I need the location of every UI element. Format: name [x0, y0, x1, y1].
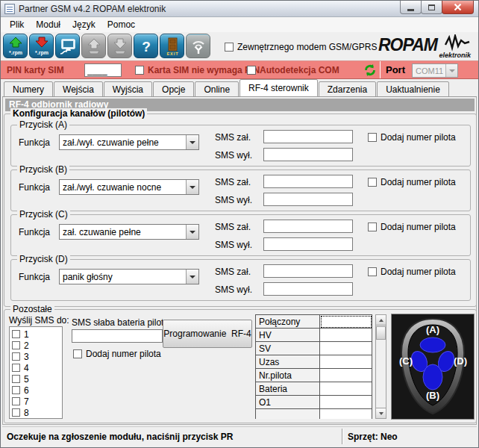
divider: [380, 61, 381, 78]
status-value[interactable]: [320, 369, 372, 382]
autodetect-com-checkbox[interactable]: Autodetekcja COM: [247, 65, 339, 75]
status-value[interactable]: [320, 355, 372, 369]
menu-pomoc[interactable]: Pomoc: [101, 18, 141, 31]
bottom-group: Pozostałe Wyślij SMS do: 1 2 3 4 5 6 7 8…: [4, 309, 477, 423]
port-select[interactable]: COM11: [412, 63, 458, 78]
menu-jezyk[interactable]: Język: [66, 18, 101, 31]
svg-text:ROPAM: ROPAM: [378, 35, 439, 55]
pin-input[interactable]: [84, 63, 122, 77]
checkbox-box: [12, 397, 20, 405]
sms-on-input-c[interactable]: [263, 220, 353, 233]
help-button[interactable]: ?: [134, 34, 158, 58]
scroll-down-button[interactable]: [376, 408, 386, 418]
status-value[interactable]: [320, 315, 372, 329]
svg-text:elektronik: elektronik: [439, 52, 472, 59]
checkbox-box: [368, 133, 377, 142]
no-pin-checkbox[interactable]: Karta SIM nie wymaga PIN: [135, 65, 260, 75]
sms-number-8-checkbox[interactable]: 8: [12, 407, 62, 418]
sms-off-label: SMS wył.: [215, 240, 252, 250]
sms-number-5-checkbox[interactable]: 5: [12, 373, 62, 385]
refresh-ports-button[interactable]: [363, 63, 377, 77]
open-rpm-button[interactable]: *.rpm: [3, 34, 28, 58]
sms-number-6-checkbox[interactable]: 6: [12, 385, 62, 396]
status-value[interactable]: [320, 382, 372, 396]
minimize-icon: [407, 9, 414, 11]
save-rpm-button[interactable]: *.rpm: [29, 34, 54, 58]
status-table-scrollbar[interactable]: [375, 314, 386, 419]
table-row: Nr.pilota: [256, 369, 372, 382]
sms-off-input-b[interactable]: [263, 193, 353, 206]
sms-number-label: 8: [24, 408, 29, 418]
checkbox-box: [12, 364, 20, 372]
sms-recipients-listbox[interactable]: 1 2 3 4 5 6 7 8: [9, 326, 63, 419]
menu-bar: Plik Moduł Język Pomoc: [1, 17, 478, 32]
status-value[interactable]: [320, 329, 372, 342]
status-label: SV: [256, 342, 320, 355]
add-pilot-checkbox-c[interactable]: Dodaj numer pilota: [368, 222, 456, 232]
title-bar[interactable]: Partner GSM v4.2 ROPAM elektronik: [1, 1, 478, 17]
sms-number-1-checkbox[interactable]: 1: [12, 329, 62, 340]
sms-number-label: 3: [24, 352, 29, 362]
funkcja-select-c[interactable]: zał. czuwanie pełne: [59, 224, 199, 240]
tab-wyjscia[interactable]: Wyjścia: [104, 81, 152, 97]
sms-number-4-checkbox[interactable]: 4: [12, 362, 62, 373]
sms-off-input-c[interactable]: [263, 237, 353, 251]
table-row: Bateria: [256, 382, 372, 396]
tab-zdarzenia[interactable]: Zdarzenia: [319, 81, 376, 97]
external-modem-checkbox[interactable]: Zewnętrznego modem GSM/GPRS: [225, 42, 377, 52]
table-row: O1: [256, 396, 372, 409]
tab-online[interactable]: Online: [195, 81, 239, 97]
add-pilot-label: Dodaj numer pilota: [381, 267, 456, 277]
status-value[interactable]: [320, 342, 372, 355]
status-value[interactable]: [320, 396, 372, 409]
menu-modul[interactable]: Moduł: [30, 18, 66, 31]
funkcja-select-a[interactable]: zał./wył. czuwanie pełne: [59, 134, 199, 150]
funkcja-select-b[interactable]: zał./wył. czuwanie nocne: [59, 179, 199, 195]
maximize-button[interactable]: [421, 1, 442, 14]
minimize-button[interactable]: [400, 1, 422, 14]
toolbar: *.rpm *.rpm: [1, 32, 478, 60]
tab-rf4-sterownik[interactable]: RF-4 sterownik: [240, 79, 318, 97]
send-sms-label: Wyślij SMS do:: [9, 315, 69, 326]
exit-button[interactable]: EXIT: [160, 34, 184, 58]
bottom-group-title: Pozostałe: [10, 304, 54, 314]
sms-number-3-checkbox[interactable]: 3: [12, 351, 62, 362]
menu-plik[interactable]: Plik: [4, 18, 30, 31]
exit-door-icon: EXIT: [163, 36, 182, 57]
sms-on-input-b[interactable]: [263, 175, 353, 188]
tab-uaktualnienie[interactable]: Uaktualnienie: [377, 81, 449, 97]
sms-number-label: 4: [24, 363, 29, 373]
chevron-down-icon: [449, 69, 455, 72]
low-battery-input[interactable]: [72, 329, 163, 343]
status-bar: Oczekuje na zgłoszenie modułu, naciśnij …: [2, 426, 477, 446]
tab-wejscia[interactable]: Wejścia: [54, 81, 103, 97]
funkcja-select-d[interactable]: panik głośny: [59, 269, 199, 284]
scrollbar-thumb[interactable]: [376, 326, 386, 340]
status-message: Oczekuje na zgłoszenie modułu, naciśnij …: [7, 432, 233, 442]
sms-number-7-checkbox[interactable]: 7: [12, 396, 62, 407]
add-pilot-checkbox-a[interactable]: Dodaj numer pilota: [368, 132, 456, 143]
sms-on-input-d[interactable]: [263, 264, 353, 278]
checkbox-box: [12, 330, 20, 338]
sms-on-input-a[interactable]: [263, 130, 353, 143]
port-label: Port: [386, 64, 405, 75]
wifi-button[interactable]: [186, 34, 210, 58]
remote-button-a: [420, 337, 445, 352]
add-pilot-checkbox-battery[interactable]: Dodaj numer pilota: [73, 349, 161, 359]
close-button[interactable]: [442, 1, 474, 14]
table-row: SV: [256, 342, 372, 355]
program-rf4-button[interactable]: Programowanie RF-4: [163, 320, 252, 348]
add-pilot-checkbox-d[interactable]: Dodaj numer pilota: [368, 267, 456, 277]
status-table-container: Połączony HV SV Uzas Nr.pilota Bateria O…: [255, 314, 374, 419]
tab-numery[interactable]: Numery: [4, 81, 53, 97]
sms-number-2-checkbox[interactable]: 2: [12, 340, 62, 351]
tab-opcje[interactable]: Opcje: [153, 81, 194, 97]
funkcja-value-a: zał./wył. czuwanie pełne: [63, 137, 159, 148]
sms-off-input-a[interactable]: [263, 148, 353, 161]
table-row: [256, 409, 372, 420]
sms-off-input-d[interactable]: [263, 282, 353, 296]
connect-module-button[interactable]: [55, 34, 80, 58]
sms-number-label: 1: [24, 329, 29, 340]
add-pilot-checkbox-b[interactable]: Dodaj numer pilota: [368, 177, 456, 187]
scroll-up-button[interactable]: [376, 315, 386, 326]
